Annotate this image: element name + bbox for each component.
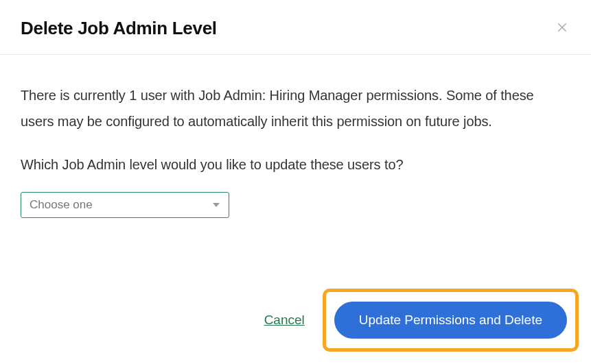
modal-title: Delete Job Admin Level: [21, 18, 217, 39]
select-placeholder: Choose one: [30, 198, 93, 212]
close-icon: [556, 21, 568, 36]
highlight-annotation: Update Permissions and Delete: [323, 289, 579, 352]
modal-body-text: There is currently 1 user with Job Admin…: [21, 82, 570, 134]
delete-job-admin-modal: Delete Job Admin Level There is currentl…: [0, 0, 591, 364]
cancel-button[interactable]: Cancel: [262, 307, 308, 333]
modal-body: There is currently 1 user with Job Admin…: [0, 55, 591, 289]
close-button[interactable]: [554, 21, 570, 37]
modal-prompt-text: Which Job Admin level would you like to …: [21, 154, 570, 175]
job-admin-level-select-wrap: Choose one: [21, 192, 229, 218]
modal-footer: Cancel Update Permissions and Delete: [0, 289, 591, 364]
job-admin-level-select[interactable]: Choose one: [21, 192, 229, 218]
update-permissions-and-delete-button[interactable]: Update Permissions and Delete: [334, 302, 567, 339]
modal-header: Delete Job Admin Level: [0, 0, 591, 55]
